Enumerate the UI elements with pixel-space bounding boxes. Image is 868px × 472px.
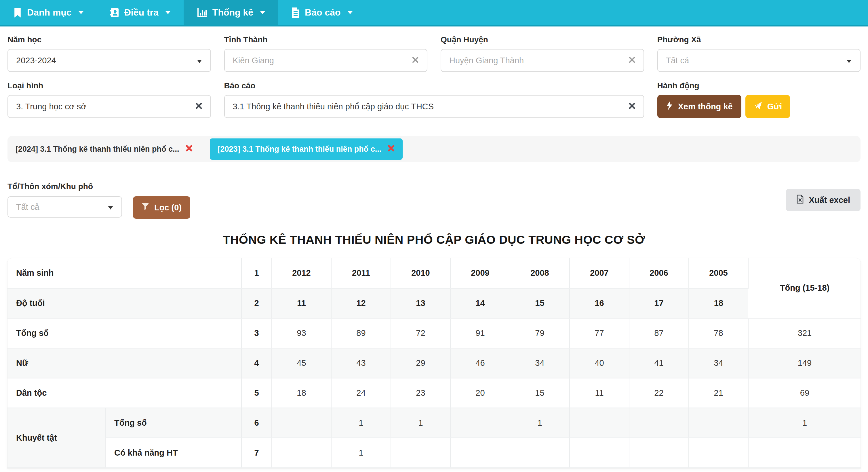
clear-icon[interactable]	[628, 56, 636, 65]
year-header: 2010	[391, 258, 451, 288]
nav-item-danh-muc[interactable]: Danh mục	[0, 0, 97, 25]
field-label: Phường Xã	[657, 35, 861, 44]
total-cell: 321	[748, 318, 861, 348]
value-cell	[689, 438, 748, 468]
clear-icon[interactable]	[195, 102, 202, 112]
quan-huyen-select[interactable]: Huyện Giang Thành	[441, 49, 644, 72]
value-cell	[391, 438, 451, 468]
year-header: 2005	[689, 258, 748, 288]
value-cell: 11	[569, 378, 629, 408]
value-cell: 43	[331, 348, 391, 378]
close-icon[interactable]	[388, 145, 395, 154]
excel-file-icon	[796, 194, 804, 206]
total-cell: 69	[748, 378, 861, 408]
value-cell	[510, 438, 569, 468]
value-cell: 1	[391, 408, 451, 438]
value-cell: 20	[451, 378, 510, 408]
nav-item-thong-ke[interactable]: Thống kê	[184, 0, 278, 25]
value-cell: 87	[629, 318, 689, 348]
table-row-age: Độ tuổi 2 11 12 13 14 15 16 17 18	[7, 288, 861, 318]
funnel-icon	[142, 203, 149, 212]
row-header: Độ tuổi	[7, 288, 242, 318]
year-header: 2007	[569, 258, 629, 288]
loai-hinh-select[interactable]: 3. Trung học cơ sở	[7, 95, 211, 118]
value-cell: 34	[510, 348, 569, 378]
total-cell	[748, 438, 861, 468]
area-select[interactable]: Tất cả	[7, 196, 122, 218]
phuong-xa-select[interactable]: Tất cả	[657, 49, 861, 72]
stt-cell: 1	[242, 258, 272, 288]
nav-item-dieu-tra[interactable]: Điều tra	[97, 0, 184, 25]
report-tabstrip: [2024] 3.1 Thống kê thanh thiếu niên phổ…	[7, 136, 861, 162]
total-cell: 1	[748, 408, 861, 438]
field-nam-hoc: Năm học 2023-2024	[7, 35, 211, 72]
send-button[interactable]: Gửi	[745, 95, 790, 118]
bao-cao-value: 3.1 Thống kê thanh thiếu niên phổ cập gi…	[233, 102, 628, 112]
nav-item-label: Báo cáo	[305, 7, 340, 18]
view-stats-label: Xem thống kê	[678, 102, 733, 112]
chevron-down-icon	[165, 11, 170, 14]
value-cell	[689, 408, 748, 438]
chevron-down-icon	[846, 56, 852, 65]
value-cell: 77	[569, 318, 629, 348]
bao-cao-select[interactable]: 3.1 Thống kê thanh thiếu niên phổ cập gi…	[224, 95, 644, 118]
address-book-icon	[110, 7, 119, 18]
value-cell: 40	[569, 348, 629, 378]
value-cell: 72	[391, 318, 451, 348]
report-title: THỐNG KÊ THANH THIẾU NIÊN PHỔ CẬP GIÁO D…	[7, 233, 861, 247]
age-header: 11	[272, 288, 331, 318]
field-label: Tỉnh Thành	[224, 35, 428, 44]
nav-item-bao-cao[interactable]: Báo cáo	[278, 0, 366, 25]
stt-cell: 7	[242, 438, 272, 468]
chevron-down-icon	[196, 56, 202, 65]
value-cell: 15	[510, 378, 569, 408]
age-header: 12	[331, 288, 391, 318]
clear-icon[interactable]	[412, 56, 419, 65]
area-label: Tổ/Thôn xóm/Khu phố	[7, 182, 861, 191]
stt-cell: 2	[242, 288, 272, 318]
value-cell: 21	[689, 378, 748, 408]
value-cell	[569, 438, 629, 468]
tab-report-2024[interactable]: [2024] 3.1 Thống kê thanh thiếu niên phổ…	[13, 145, 195, 154]
clear-icon[interactable]	[628, 102, 636, 112]
value-cell: 79	[510, 318, 569, 348]
value-cell	[451, 438, 510, 468]
value-cell: 1	[331, 438, 391, 468]
nam-hoc-select[interactable]: 2023-2024	[7, 49, 211, 72]
value-cell	[569, 408, 629, 438]
value-cell: 45	[272, 348, 331, 378]
table-row-birth-year: Năm sinh 1 2012 2011 2010 2009 2008 2007…	[7, 258, 861, 288]
year-header: 2006	[629, 258, 689, 288]
filter-button-label: Lọc (0)	[154, 203, 182, 212]
tinh-thanh-select[interactable]: Kiên Giang	[224, 49, 428, 72]
field-phuong-xa: Phường Xã Tất cả	[657, 35, 861, 72]
row-group-header: Khuyết tật	[7, 408, 105, 468]
loai-hinh-value: 3. Trung học cơ sở	[16, 102, 195, 112]
close-icon[interactable]	[186, 145, 192, 154]
value-cell: 24	[331, 378, 391, 408]
stt-cell: 4	[242, 348, 272, 378]
export-excel-button[interactable]: Xuất excel	[786, 189, 861, 211]
tab-report-2023[interactable]: [2023] 3.1 Thống kê thanh thiếu niên phổ…	[210, 138, 403, 160]
age-header: 17	[629, 288, 689, 318]
field-bao-cao: Báo cáo 3.1 Thống kê thanh thiếu niên ph…	[224, 81, 644, 118]
total-header: Tổng (15-18)	[748, 258, 861, 318]
phuong-xa-value: Tất cả	[666, 56, 846, 65]
top-navbar: Danh mục Điều tra	[0, 0, 868, 27]
age-header: 18	[689, 288, 748, 318]
stt-cell: 3	[242, 318, 272, 348]
nav-item-label: Điều tra	[124, 7, 159, 18]
chevron-down-icon	[260, 11, 265, 14]
row-header: Tổng số	[7, 318, 242, 348]
export-excel-label: Xuất excel	[809, 195, 850, 205]
value-cell: 23	[391, 378, 451, 408]
tinh-thanh-value: Kiên Giang	[233, 56, 412, 65]
chevron-down-icon	[79, 11, 84, 14]
value-cell	[629, 408, 689, 438]
value-cell: 22	[629, 378, 689, 408]
view-stats-button[interactable]: Xem thống kê	[657, 95, 741, 118]
quan-huyen-value: Huyện Giang Thành	[449, 56, 628, 65]
table-row-dan-toc: Dân tộc 5 18 24 23 20 15 11 22 21 69	[7, 378, 861, 408]
value-cell: 1	[510, 408, 569, 438]
filter-button[interactable]: Lọc (0)	[133, 196, 190, 219]
